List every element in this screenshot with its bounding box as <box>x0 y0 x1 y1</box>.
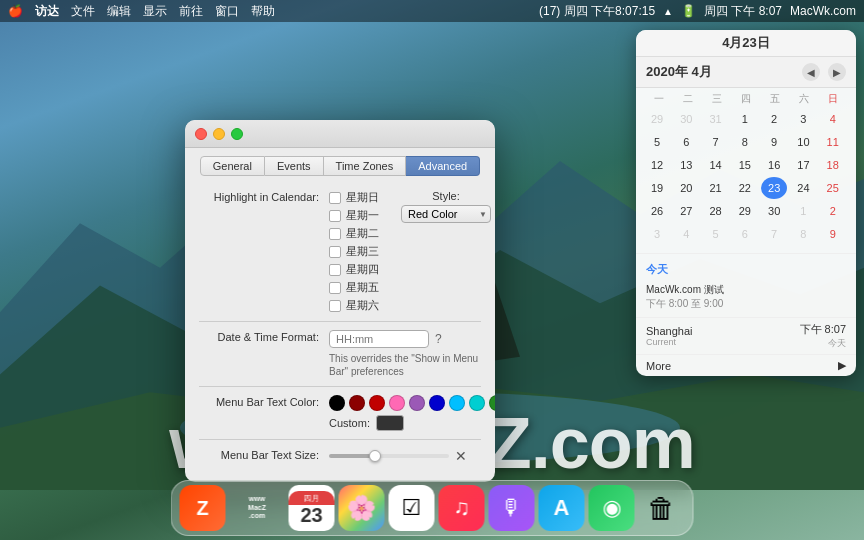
cal-day[interactable]: 16 <box>761 154 787 176</box>
calendar-widget[interactable]: 4月23日 2020年 4月 ◀ ▶ 一 二 三 四 五 六 日 <box>636 30 856 376</box>
size-slider[interactable] <box>329 454 449 458</box>
cal-day[interactable]: 17 <box>790 154 816 176</box>
dock-item-reminders[interactable]: ☑ <box>389 485 435 531</box>
dock-item-appstore[interactable]: A <box>539 485 585 531</box>
cal-day[interactable]: 15 <box>732 154 758 176</box>
cal-day[interactable]: 24 <box>790 177 816 199</box>
menu-go[interactable]: 前往 <box>179 3 203 20</box>
cal-day[interactable]: 27 <box>673 200 699 222</box>
color-green[interactable] <box>489 395 495 411</box>
dock-item-calendar[interactable]: 四月 23 <box>289 485 335 531</box>
dock-item-trash[interactable]: 🗑 <box>639 485 685 531</box>
cal-day[interactable]: 3 <box>644 223 670 245</box>
window-maximize-btn[interactable] <box>231 128 243 140</box>
color-lightblue[interactable] <box>449 395 465 411</box>
window-close-btn[interactable] <box>195 128 207 140</box>
cal-day[interactable]: 13 <box>673 154 699 176</box>
cal-day[interactable]: 26 <box>644 200 670 222</box>
cal-day[interactable]: 18 <box>820 154 846 176</box>
tab-advanced[interactable]: Advanced <box>406 156 480 176</box>
dock-item-photos[interactable]: 🌸 <box>339 485 385 531</box>
cal-day[interactable]: 4 <box>673 223 699 245</box>
cal-day[interactable]: 2 <box>761 108 787 130</box>
color-blue[interactable] <box>429 395 445 411</box>
menu-window[interactable]: 窗口 <box>215 3 239 20</box>
cal-day[interactable]: 29 <box>644 108 670 130</box>
cal-day[interactable]: 6 <box>732 223 758 245</box>
cal-day-today[interactable]: 23 <box>761 177 787 199</box>
color-black[interactable] <box>329 395 345 411</box>
custom-color-swatch[interactable] <box>376 415 404 431</box>
tab-timezones[interactable]: Time Zones <box>324 156 407 176</box>
cal-day[interactable]: 3 <box>790 108 816 130</box>
menubar-notification[interactable]: (17) 周四 下午8:07:15 <box>539 3 655 20</box>
cal-day[interactable]: 1 <box>732 108 758 130</box>
cal-day[interactable]: 19 <box>644 177 670 199</box>
apple-menu[interactable]: 🍎 <box>8 4 23 18</box>
cal-day[interactable]: 29 <box>732 200 758 222</box>
cal-day[interactable]: 5 <box>644 131 670 153</box>
cal-day[interactable]: 8 <box>790 223 816 245</box>
day-monday-checkbox[interactable] <box>329 210 341 222</box>
menu-finder[interactable]: 访达 <box>35 3 59 20</box>
cal-day[interactable]: 21 <box>703 177 729 199</box>
cal-day[interactable]: 31 <box>703 108 729 130</box>
calendar-more[interactable]: More ▶ <box>636 354 856 376</box>
color-purple[interactable] <box>409 395 425 411</box>
day-friday-checkbox[interactable] <box>329 282 341 294</box>
day-tuesday-checkbox[interactable] <box>329 228 341 240</box>
size-slider-thumb[interactable] <box>369 450 381 462</box>
dock-item-ioquake[interactable]: ◉ <box>589 485 635 531</box>
color-darkred[interactable] <box>349 395 365 411</box>
calendar-event[interactable]: MacWk.com 测试 下午 8:00 至 9:00 <box>646 281 846 313</box>
cal-day[interactable]: 6 <box>673 131 699 153</box>
datetime-format-input[interactable] <box>329 330 429 348</box>
day-saturday-checkbox[interactable] <box>329 300 341 312</box>
cal-day[interactable]: 10 <box>790 131 816 153</box>
tab-events[interactable]: Events <box>265 156 324 176</box>
datetime-format-help[interactable]: ? <box>435 332 442 346</box>
day-sunday-checkbox[interactable] <box>329 192 341 204</box>
window-minimize-btn[interactable] <box>213 128 225 140</box>
color-swatches <box>329 395 495 411</box>
cal-day[interactable]: 22 <box>732 177 758 199</box>
cal-day[interactable]: 9 <box>820 223 846 245</box>
menubar-clock[interactable]: 周四 下午 8:07 <box>704 3 782 20</box>
calendar-prev-btn[interactable]: ◀ <box>802 63 820 81</box>
menu-view[interactable]: 显示 <box>143 3 167 20</box>
cal-day[interactable]: 12 <box>644 154 670 176</box>
cal-day[interactable]: 4 <box>820 108 846 130</box>
color-teal[interactable] <box>469 395 485 411</box>
cal-day[interactable]: 2 <box>820 200 846 222</box>
menu-edit[interactable]: 编辑 <box>107 3 131 20</box>
cal-day[interactable]: 1 <box>790 200 816 222</box>
day-thursday-checkbox[interactable] <box>329 264 341 276</box>
size-clear-icon[interactable]: ✕ <box>455 448 467 464</box>
calendar-next-btn[interactable]: ▶ <box>828 63 846 81</box>
menu-file[interactable]: 文件 <box>71 3 95 20</box>
cal-day[interactable]: 11 <box>820 131 846 153</box>
cal-day[interactable]: 30 <box>673 108 699 130</box>
cal-day[interactable]: 28 <box>703 200 729 222</box>
cal-day[interactable]: 20 <box>673 177 699 199</box>
cal-day[interactable]: 8 <box>732 131 758 153</box>
cal-day[interactable]: 7 <box>761 223 787 245</box>
cal-day[interactable]: 25 <box>820 177 846 199</box>
color-pink[interactable] <box>389 395 405 411</box>
tab-general[interactable]: General <box>200 156 265 176</box>
menu-help[interactable]: 帮助 <box>251 3 275 20</box>
color-red[interactable] <box>369 395 385 411</box>
dock-item-music[interactable]: ♫ <box>439 485 485 531</box>
dock-item-maczy[interactable]: wwwMacZ.com <box>230 485 285 531</box>
dock-item-podcasts[interactable]: 🎙 <box>489 485 535 531</box>
menubar-website[interactable]: MacWk.com <box>790 4 856 18</box>
cal-day[interactable]: 30 <box>761 200 787 222</box>
cal-day[interactable]: 5 <box>703 223 729 245</box>
wifi-icon[interactable]: ▲ <box>663 6 673 17</box>
cal-day[interactable]: 7 <box>703 131 729 153</box>
cal-day[interactable]: 14 <box>703 154 729 176</box>
cal-day[interactable]: 9 <box>761 131 787 153</box>
day-wednesday-checkbox[interactable] <box>329 246 341 258</box>
dock-item-zapier[interactable]: Z <box>180 485 226 531</box>
style-dropdown[interactable]: Red Color Blue Color Green Color <box>401 205 491 223</box>
